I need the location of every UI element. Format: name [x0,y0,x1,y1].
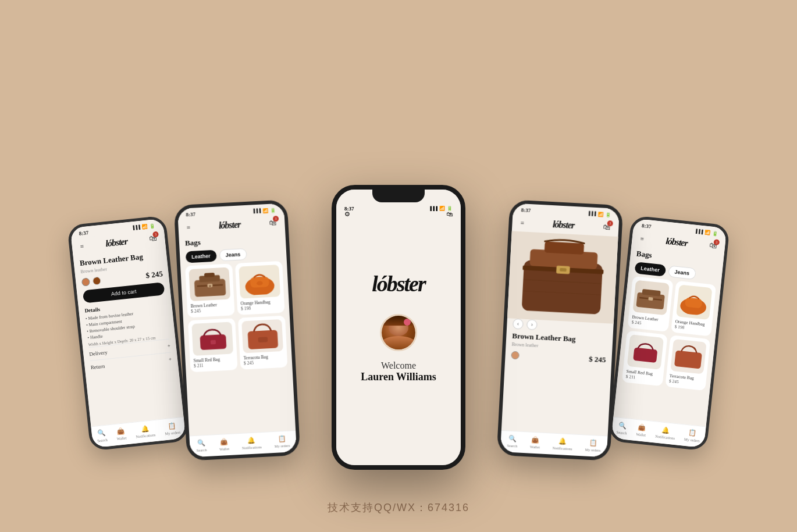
time-mr: 8:37 [521,207,531,213]
product-red[interactable]: Small Red Bag $ 211 [188,318,238,372]
product-img-orange-fr [676,284,713,320]
battery-fr: 🔋 [712,230,718,236]
large-bag-image [507,231,618,323]
product-grid-fr: Brown Leather $ 245 Orange Handbag $ 198 [617,276,721,391]
svg-rect-12 [258,336,268,342]
product-red-fr[interactable]: Small Red Bag $ 211 [622,330,667,386]
mid-right-detail: Brown Leather Bag Brown leather $ 245 [505,331,613,369]
product-orange-fr[interactable]: Orange Handbag $ 198 [671,280,716,336]
time: 8:37 [79,230,88,237]
cart-badge-mid-left: 3 [273,215,279,222]
app-logo-fr: lóbster [665,235,688,248]
app-logo: lóbster [105,236,128,249]
menu-icon-fr[interactable]: ≡ [640,234,644,242]
product-img-terracota-fr [670,338,707,374]
filter-leather-fr[interactable]: Leather [634,262,666,276]
nav-notifications[interactable]: 🔔 Notifications [135,424,156,438]
nav-notif-fr[interactable]: 🔔Notifications [655,425,676,440]
color-brown[interactable] [81,277,90,286]
product-img-terracota [241,319,283,353]
nav-notif-mr[interactable]: 🔔Notifications [552,437,572,451]
app-logo-mid-left: lóbster [218,219,240,231]
screen-center: 8:37 ▐▐▐ 📶 🔋 ⚙ 🛍 lóbster [336,190,461,465]
avatar-face [382,316,415,349]
cart-icon-mid-left[interactable]: 🛍 3 [269,218,277,228]
notch [372,190,425,202]
nav-wallet[interactable]: 👜 Wallet [116,427,127,441]
next-arrow[interactable]: › [526,319,538,330]
product-orange[interactable]: Orange Handbag $ 198 [235,260,285,315]
nav-search-fr[interactable]: 🔍Search [616,421,628,435]
color-dark[interactable] [92,276,101,285]
phone-mid-right: 8:37 ▐▐▐ 📶 🔋 ≡ lóbster 🛍 3 [497,199,624,461]
bell-icon: 🔔 [141,424,150,433]
phone-far-left: 8:37 ▐▐▐ 📶 🔋 ≡ lóbster 🛍 3 Brown Leather… [67,215,189,451]
nav-orders-ml[interactable]: 📋My orders [274,434,290,448]
cart-icon-center[interactable]: 🛍 [446,210,453,218]
cart-icon-mr[interactable]: 🛍 3 [603,222,611,232]
nav-search-ml[interactable]: 🔍Search [196,439,207,452]
filter-leather-mid-left[interactable]: Leather [186,249,216,263]
nav-orders-fr[interactable]: 📋My orders [684,428,701,442]
bell-icon-ml: 🔔 [247,436,256,444]
large-bag-svg [515,234,610,320]
phone-center: 8:37 ▐▐▐ 📶 🔋 ⚙ 🛍 lóbster [332,185,465,470]
cart-icon-fr[interactable]: 🛍 3 [709,241,717,251]
nav-wallet-fr[interactable]: 👜Wallet [636,423,647,437]
nav-wallet-mr[interactable]: 👜Wallet [530,435,540,449]
product-img-orange [239,265,280,299]
bag-orange-fr-svg [678,288,710,316]
user-name: Lauren Williams [361,371,436,383]
bottom-nav-mr: 🔍Search 👜Wallet 🔔Notifications 📋My order… [500,430,608,457]
orders-icon-ml: 📋 [277,434,286,442]
filter-icon-center[interactable]: ⚙ [344,210,350,218]
product-img-red [191,322,233,356]
wallet-icon: 👜 [116,427,125,435]
user-avatar [380,314,417,351]
nav-orders[interactable]: 📋 My orders [163,421,180,435]
product-img-brown-fr [632,280,669,315]
svg-rect-26 [685,297,702,308]
nav-search-mr[interactable]: 🔍Search [507,434,518,448]
svg-rect-15 [545,241,585,255]
menu-icon-mr[interactable]: ≡ [520,219,524,226]
prev-arrow[interactable]: ‹ [513,318,524,329]
color-mr-1[interactable] [511,351,520,359]
wallet-icon-ml: 👜 [220,438,229,446]
filter-jeans-fr[interactable]: Jeans [668,265,696,280]
product-img-brown [188,267,230,301]
nav-wallet-ml[interactable]: 👜Wallet [219,438,229,451]
app-logo-mr: lóbster [552,219,574,231]
product-img-red-fr [627,334,664,370]
screen-mid-left: 8:37 ▐▐▐ 📶 🔋 ≡ lóbster 🛍 3 Bags Leather … [177,203,297,457]
color-row-mr: $ 245 [511,350,606,365]
filter-jeans-mid-left[interactable]: Jeans [219,248,247,260]
search-icon-mr: 🔍 [508,434,517,442]
center-logo: lóbster [372,271,425,297]
bag-brown-fr-svg [634,283,668,312]
scene: 8:37 ▐▐▐ 📶 🔋 ≡ lóbster 🛍 3 Brown Leather… [79,40,718,493]
svg-rect-28 [674,349,702,368]
bag-terracota-svg [244,320,282,351]
product-brown-fr[interactable]: Brown Leather $ 245 [628,276,673,331]
welcome-text: Welcome [381,360,416,371]
bag-orange-svg [242,267,277,295]
time-fr: 8:37 [642,223,652,230]
center-app-icons: ⚙ 🛍 [336,210,461,218]
price-mr: $ 245 [589,354,606,365]
wifi-mr: 📶 [597,211,603,217]
product-terracota-fr[interactable]: Terracota Bag $ 245 [665,335,710,391]
bag-red-svg [195,325,230,352]
cart-icon[interactable]: 🛍 3 [148,234,157,244]
nav-search[interactable]: 🔍 Search [96,429,108,442]
nav-orders-mr[interactable]: 📋My orders [585,438,601,452]
search-icon: 🔍 [97,429,106,437]
menu-icon-mid-left[interactable]: ≡ [186,223,190,230]
status-icons-mr: ▐▐▐ 📶 🔋 [587,210,611,217]
nav-notif-ml[interactable]: 🔔Notifications [241,436,262,450]
wallet-icon-fr: 👜 [637,423,646,431]
product-brown-leather[interactable]: Brown Leather $ 245 [185,263,235,317]
product-terracota[interactable]: Terracota Bag $ 245 [238,315,288,369]
search-icon-ml: 🔍 [197,439,206,447]
menu-icon[interactable]: ≡ [80,242,84,250]
